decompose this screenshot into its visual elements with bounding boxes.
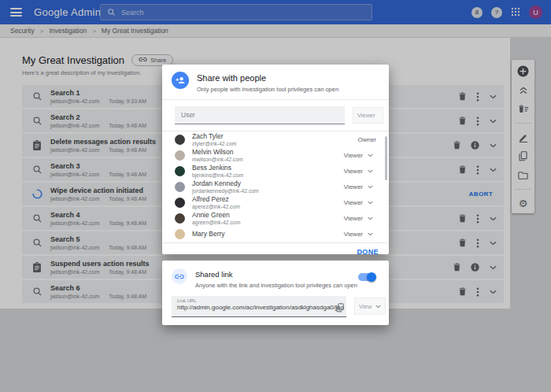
person-row: Mary Berry Viewer (162, 226, 389, 242)
person-role-select[interactable]: Viewer (344, 183, 376, 190)
person-email: bjenkins@ink-42.com (192, 172, 243, 178)
person-email: mwilson@ink-42.com (192, 157, 243, 162)
person-avatar (175, 135, 185, 145)
person-add-icon (172, 72, 189, 89)
person-role-value: Owner (357, 136, 376, 143)
google-admin-window: Google Admin Search 8 ? U Security > Inv… (0, 0, 551, 392)
chevron-down-icon (375, 305, 381, 309)
person-role-select[interactable]: Viewer (344, 231, 376, 238)
copy-icon[interactable] (336, 301, 344, 316)
person-row: Bess Jenkins bjenkins@ink-42.com Viewer (162, 163, 389, 179)
person-avatar (175, 213, 185, 224)
person-row: Jordan Kennedy jordankennedy@ink-42.com … (162, 179, 389, 194)
person-name: Jordan Kennedy (192, 179, 259, 187)
share-with-people-dialog: Share with people Only people with inves… (162, 65, 389, 254)
person-avatar (175, 229, 185, 239)
person-name: Annie Green (192, 211, 240, 219)
dialog-subtitle: Anyone with the link and investigation t… (195, 282, 357, 289)
link-icon (172, 268, 187, 284)
person-row: Zach Tyler ztyler@ink-42.com Owner (162, 131, 389, 147)
person-row: Alfred Perez aperez@ink-42.com Viewer (162, 194, 389, 210)
scrollbar-thumb[interactable] (385, 136, 387, 180)
link-url-label: Link URL (172, 296, 346, 303)
person-avatar (175, 182, 185, 192)
chevron-down-icon (368, 232, 373, 236)
person-avatar (175, 198, 185, 208)
person-avatar (175, 166, 185, 176)
person-role-select[interactable]: Viewer (344, 215, 376, 222)
person-role-value: Viewer (344, 168, 363, 175)
person-name: Mary Berry (192, 230, 225, 238)
chevron-down-icon (368, 201, 373, 205)
chevron-down-icon (368, 169, 373, 173)
link-access-select[interactable]: View (354, 298, 386, 315)
shared-link-toggle[interactable] (358, 273, 375, 281)
person-role-select[interactable]: Viewer (344, 168, 376, 175)
person-role-select[interactable]: Viewer (344, 199, 376, 206)
person-avatar (175, 150, 185, 161)
role-select[interactable]: Viewer (353, 107, 383, 124)
person-role-value: Viewer (344, 215, 363, 222)
dialog-subtitle: Only people with investigation tool priv… (197, 86, 338, 93)
person-name: Zach Tyler (192, 132, 236, 140)
dialog-title: Share with people (197, 73, 338, 83)
link-url-field[interactable]: Link URL http://admin.google.com/ac/inve… (172, 296, 346, 317)
person-email: agreen@ink-42.com (192, 220, 240, 225)
person-role-value: Viewer (344, 231, 363, 238)
person-role-value: Viewer (344, 199, 363, 206)
person-name: Melvin Wilson (192, 148, 243, 156)
person-email: ztyler@ink-42.com (192, 141, 236, 146)
person-role-select[interactable]: Owner (357, 136, 376, 143)
person-role-select[interactable]: Viewer (344, 152, 376, 159)
people-list: Zach Tyler ztyler@ink-42.com Owner Melvi… (162, 131, 389, 242)
person-row: Melvin Wilson mwilson@ink-42.com Viewer (162, 147, 389, 163)
person-email: aperez@ink-42.com (192, 204, 240, 209)
person-email: jordankennedy@ink-42.com (192, 188, 259, 194)
shared-link-dialog: Shared link Anyone with the link and inv… (162, 261, 389, 325)
person-row: Annie Green agreen@ink-42.com Viewer (162, 210, 389, 226)
role-select-value: Viewer (357, 112, 375, 119)
user-input[interactable] (175, 106, 345, 124)
dialog-title: Shared link (195, 270, 357, 279)
chevron-down-icon (368, 185, 373, 189)
chevron-down-icon (368, 153, 373, 157)
person-role-value: Viewer (344, 183, 363, 190)
person-role-value: Viewer (344, 152, 363, 159)
done-button[interactable]: DONE (357, 248, 379, 256)
link-access-value: View (359, 303, 372, 310)
link-url-value: http://admin.google.com/ac/investigation… (172, 303, 346, 311)
person-name: Alfred Perez (192, 195, 240, 203)
person-name: Bess Jenkins (192, 164, 243, 172)
chevron-down-icon (368, 216, 373, 220)
